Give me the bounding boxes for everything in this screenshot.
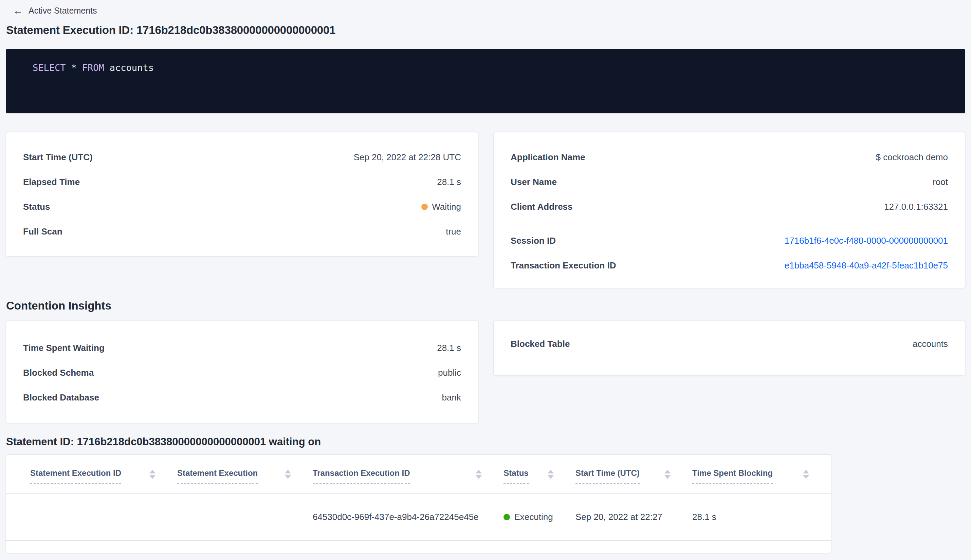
executing-status-dot-icon [504, 514, 510, 520]
full-scan-label: Full Scan [23, 227, 62, 237]
user-name-label: User Name [511, 177, 557, 187]
sql-keyword-select: SELECT [33, 63, 66, 72]
table-header-row: Statement Execution ID Statement Executi… [6, 455, 831, 493]
overview-grid: Start Time (UTC) Sep 20, 2022 at 22:28 U… [6, 132, 971, 288]
contention-grid: Time Spent Waiting 28.1 s Blocked Schema… [6, 321, 971, 423]
column-header-start-time[interactable]: Start Time (UTC) [576, 469, 692, 493]
column-header-label[interactable]: Time Spent Blocking [692, 469, 773, 484]
kv-row-status: Status Waiting [23, 202, 461, 212]
blocked-table-label: Blocked Table [511, 339, 570, 349]
cell-start-time: Sep 20, 2022 at 22:27 [576, 512, 692, 522]
sql-star: * [71, 63, 77, 72]
sort-arrows-icon[interactable] [285, 470, 291, 479]
blocked-table-card: Blocked Table accounts [494, 321, 965, 375]
blocked-database-label: Blocked Database [23, 392, 99, 403]
status-value: Waiting [432, 202, 461, 212]
kv-row-time-spent-waiting: Time Spent Waiting 28.1 s [23, 343, 461, 353]
blocked-schema-value: public [438, 368, 461, 378]
kv-row-session-id: Session ID 1716b1f6-4e0c-f480-0000-00000… [511, 235, 948, 246]
statement-execution-page: ← Active Statements Statement Execution … [0, 0, 971, 553]
application-name-value: $ cockroach demo [876, 152, 948, 163]
client-address-label: Client Address [511, 202, 573, 212]
status-badge: Waiting [421, 202, 461, 212]
overview-card: Start Time (UTC) Sep 20, 2022 at 22:28 U… [6, 132, 478, 256]
contention-details-card: Time Spent Waiting 28.1 s Blocked Schema… [6, 321, 478, 423]
executing-status-text: Executing [514, 512, 553, 522]
column-header-status[interactable]: Status [504, 469, 576, 493]
kv-row-transaction-execution-id: Transaction Execution ID e1bba458-5948-4… [511, 260, 948, 271]
column-header-statement-execution[interactable]: Statement Execution [177, 469, 313, 493]
page-title: Statement Execution ID: 1716b218dc0b3838… [6, 24, 971, 37]
kv-row-blocked-table: Blocked Table accounts [511, 339, 948, 349]
kv-row-start-time: Start Time (UTC) Sep 20, 2022 at 22:28 U… [23, 152, 461, 163]
session-id-label: Session ID [511, 235, 556, 246]
kv-row-client-address: Client Address 127.0.0.1:63321 [511, 202, 948, 212]
blocked-table-value: accounts [913, 339, 948, 349]
column-header-time-spent-blocking[interactable]: Time Spent Blocking [692, 469, 831, 493]
elapsed-time-label: Elapsed Time [23, 177, 80, 187]
column-header-label[interactable]: Start Time (UTC) [576, 469, 640, 484]
sql-keyword-from: FROM [82, 63, 104, 72]
sort-arrows-icon[interactable] [475, 470, 482, 479]
column-header-transaction-execution-id[interactable]: Transaction Execution ID [313, 469, 504, 493]
kv-row-elapsed-time: Elapsed Time 28.1 s [23, 177, 461, 187]
time-spent-waiting-value: 28.1 s [437, 343, 461, 353]
back-link-label[interactable]: Active Statements [28, 6, 97, 16]
client-address-value: 127.0.0.1:63321 [884, 202, 948, 212]
start-time-label: Start Time (UTC) [23, 152, 93, 163]
kv-row-blocked-schema: Blocked Schema public [23, 368, 461, 378]
kv-row-full-scan: Full Scan true [23, 227, 461, 237]
executing-status-badge: Executing [504, 512, 575, 522]
cell-transaction-execution-id: 64530d0c-969f-437e-a9b4-26a72245e45e [313, 512, 504, 522]
cell-status: Executing [504, 512, 575, 522]
sort-arrows-icon[interactable] [548, 470, 554, 479]
start-time-value: Sep 20, 2022 at 22:28 UTC [354, 152, 461, 163]
elapsed-time-value: 28.1 s [437, 177, 461, 187]
waiting-on-table: Statement Execution ID Statement Executi… [6, 455, 831, 553]
column-header-statement-execution-id[interactable]: Statement Execution ID [30, 469, 177, 493]
sql-statement: SELECT * FROM accounts [33, 63, 965, 72]
column-header-label[interactable]: Statement Execution [177, 469, 258, 484]
sql-statement-box: SELECT * FROM accounts [6, 49, 965, 113]
column-header-label[interactable]: Statement Execution ID [30, 469, 121, 484]
blocked-schema-label: Blocked Schema [23, 368, 94, 378]
sort-arrows-icon[interactable] [149, 470, 155, 479]
full-scan-value: true [446, 227, 461, 237]
session-card: Application Name $ cockroach demo User N… [494, 132, 965, 288]
time-spent-waiting-label: Time Spent Waiting [23, 343, 105, 353]
table-row: 64530d0c-969f-437e-a9b4-26a72245e45e Exe… [6, 493, 831, 541]
application-name-label: Application Name [511, 152, 585, 163]
sql-table-name: accounts [110, 63, 154, 72]
column-header-label[interactable]: Transaction Execution ID [313, 469, 410, 484]
blocked-database-value: bank [442, 392, 461, 403]
session-id-link[interactable]: 1716b1f6-4e0c-f480-0000-000000000001 [784, 235, 948, 246]
back-link[interactable]: ← Active Statements [13, 5, 971, 16]
kv-row-application-name: Application Name $ cockroach demo [511, 152, 948, 163]
waiting-on-heading: Statement ID: 1716b218dc0b38380000000000… [6, 436, 971, 448]
transaction-execution-id-link[interactable]: e1bba458-5948-40a9-a42f-5feac1b10e75 [784, 260, 948, 271]
status-label: Status [23, 202, 50, 212]
sort-arrows-icon[interactable] [664, 470, 671, 479]
contention-insights-heading: Contention Insights [6, 299, 971, 312]
kv-row-user-name: User Name root [511, 177, 948, 187]
user-name-value: root [933, 177, 948, 187]
back-arrow-icon[interactable]: ← [13, 5, 23, 16]
column-header-label[interactable]: Status [504, 469, 528, 484]
transaction-execution-id-label: Transaction Execution ID [511, 260, 616, 271]
sort-arrows-icon[interactable] [803, 470, 809, 479]
kv-row-blocked-database: Blocked Database bank [23, 392, 461, 403]
cell-time-spent-blocking: 28.1 s [692, 512, 831, 522]
waiting-status-dot-icon [421, 203, 428, 210]
